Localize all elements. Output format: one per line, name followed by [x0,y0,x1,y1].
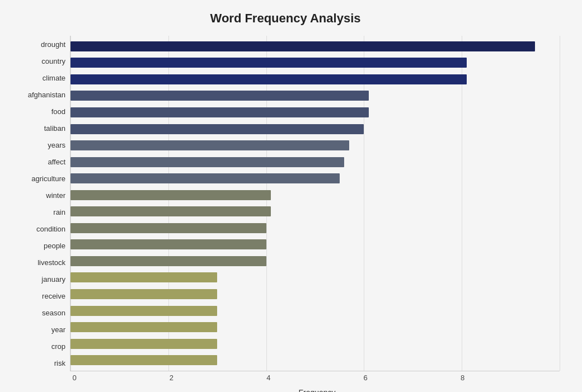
bar [71,74,467,84]
bar [71,339,217,349]
bar [71,190,271,200]
y-axis-label: risk [54,356,65,370]
y-axis-label: year [51,322,65,337]
bar-row [71,123,560,135]
y-axis-label: people [44,238,65,253]
y-axis-label: climate [43,70,65,85]
y-axis-label: rain [53,205,65,219]
bar [71,272,217,282]
x-axis-label: Frequency [74,388,560,392]
bar-row [71,222,560,234]
x-axis: 02468 [74,374,560,385]
y-axis-label: drought [41,37,65,51]
chart-title: Word Frequency Analysis [11,11,560,26]
bar [71,223,266,233]
y-axis-label: winter [46,188,65,202]
x-tick-container: 02468 [74,374,560,385]
bar [71,91,369,101]
bar [71,58,467,68]
bar [71,256,266,266]
bar-row [71,172,560,185]
y-axis-label: agriculture [31,171,65,186]
bar-row [71,189,560,201]
y-axis-label: years [48,138,65,152]
bar [71,289,217,299]
bar [71,157,344,167]
bar-row [71,321,560,333]
y-axis-label: season [42,305,65,320]
bar [71,41,535,51]
bar-row [71,40,560,53]
bar-row [71,238,560,251]
y-axis-label: january [41,272,65,286]
y-axis-label: food [51,104,65,119]
bar-row [71,255,560,267]
bar [71,206,271,216]
x-tick-label: 2 [170,374,173,382]
y-axis-label: taliban [44,121,65,135]
bar [71,355,217,365]
bar-row [71,106,560,119]
bar-row [71,73,560,86]
bar-row [71,271,560,284]
bar [71,173,340,183]
bar-row [71,139,560,152]
bar [71,239,266,249]
bar-row [71,354,560,366]
y-axis-label: affect [48,154,65,169]
bar [71,124,364,134]
x-tick-label: 0 [72,374,76,382]
bar [71,140,349,150]
y-axis-label: livestock [37,255,65,270]
bar [71,306,217,316]
bar [71,322,217,332]
bar-row [71,205,560,218]
bar-row [71,305,560,317]
bar-row [71,288,560,300]
y-axis-label: afghanistan [28,87,65,102]
y-axis-label: country [41,54,65,68]
bar-row [71,338,560,350]
bar [71,107,369,117]
y-axis-labels: droughtcountryclimateafghanistanfoodtali… [11,36,70,371]
x-tick-label: 8 [461,374,464,382]
x-tick-label: 4 [266,374,270,382]
bar-row [71,156,560,168]
bar-row [71,56,560,69]
chart-container: Word Frequency Analysis droughtcountrycl… [0,0,582,392]
bars-wrapper [71,36,560,371]
bars-area [70,36,560,371]
y-axis-label: receive [42,289,65,303]
y-axis-label: condition [36,221,65,236]
grid-line [560,36,560,371]
chart-area: droughtcountryclimateafghanistanfoodtali… [11,36,560,371]
x-tick-label: 6 [364,374,368,382]
y-axis-label: crop [51,339,65,353]
bar-row [71,89,560,102]
